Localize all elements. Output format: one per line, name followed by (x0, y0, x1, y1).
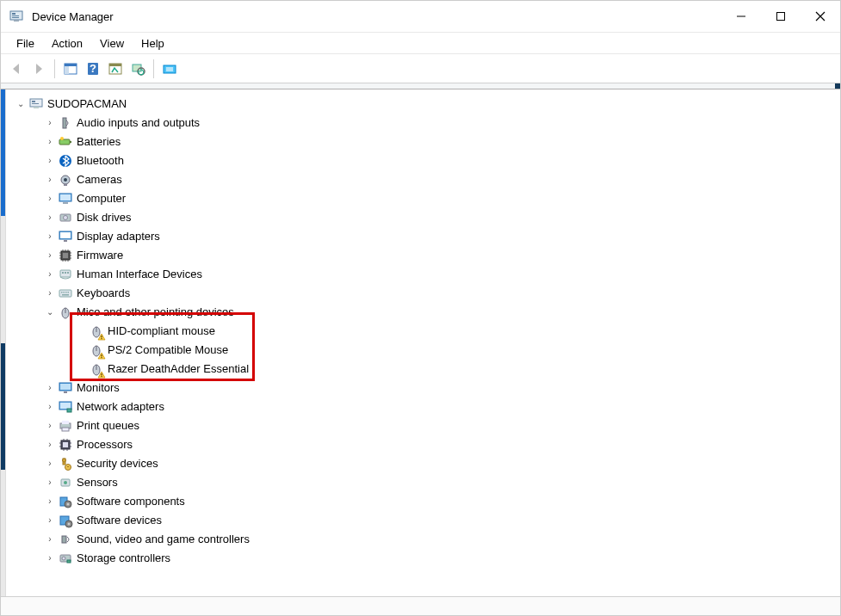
mouse-icon (89, 342, 104, 358)
tree-root[interactable]: ⌄ SUDOPACMAN (6, 95, 840, 114)
tree-category[interactable]: ›Human Interface Devices (6, 265, 840, 284)
sensor-icon (58, 475, 73, 490)
tree-category[interactable]: ›Monitors (6, 379, 840, 397)
tree-category[interactable]: ›Network adapters (6, 397, 840, 416)
close-button[interactable] (801, 1, 840, 32)
display-icon (58, 229, 73, 244)
expand-icon[interactable]: › (44, 379, 56, 397)
svg-rect-21 (34, 107, 39, 108)
category-label: Software components (77, 492, 195, 511)
tree-category[interactable]: ›Security devices (6, 454, 840, 473)
expand-icon[interactable]: › (44, 265, 56, 284)
svg-rect-17 (166, 67, 173, 71)
expand-icon[interactable]: › (44, 208, 56, 227)
category-label: Processors (77, 435, 143, 454)
menu-action[interactable]: Action (43, 34, 91, 52)
collapse-icon[interactable]: ⌄ (15, 95, 27, 114)
scan-hardware-button[interactable] (127, 59, 148, 79)
tree-category[interactable]: ›Software devices (6, 511, 840, 530)
svg-rect-3 (12, 17, 19, 18)
sound-icon (58, 532, 73, 547)
tree-category[interactable]: ›Storage controllers (6, 549, 840, 568)
expand-icon[interactable]: › (44, 530, 56, 549)
mouse-icon (58, 305, 73, 320)
bluetooth-icon (58, 153, 73, 169)
mouse-icon (89, 361, 104, 377)
expand-icon[interactable]: › (44, 170, 56, 189)
forward-button (28, 59, 49, 79)
tree-category[interactable]: ›Firmware (6, 246, 840, 265)
expand-icon[interactable]: › (44, 189, 56, 208)
hid-icon (58, 267, 73, 282)
computer-icon (28, 96, 44, 112)
category-label: Disk drives (77, 208, 142, 227)
svg-rect-2 (12, 15, 19, 16)
toolbar-separator (54, 59, 55, 78)
minimize-button[interactable] (721, 1, 761, 32)
tree-category[interactable]: ›Bluetooth (6, 151, 840, 170)
tree-category[interactable]: ›Disk drives (6, 208, 840, 227)
expand-icon[interactable]: › (44, 492, 56, 511)
chip-icon (58, 248, 73, 263)
back-button (6, 59, 27, 79)
expand-icon[interactable]: › (44, 397, 56, 416)
add-driver-button[interactable] (159, 59, 180, 79)
category-label: Print queues (77, 416, 150, 435)
content-area: ⌄ SUDOPACMAN ›Audio inputs and outputs›B… (1, 89, 840, 596)
svg-text:?: ? (90, 62, 96, 75)
maximize-button[interactable] (761, 1, 801, 32)
storage-icon (58, 551, 73, 566)
expand-icon[interactable]: › (44, 473, 56, 492)
expand-icon[interactable]: › (44, 114, 56, 132)
network-icon (58, 399, 73, 415)
camera-icon (58, 172, 73, 188)
tree-category[interactable]: ›Processors (6, 435, 840, 454)
menu-help[interactable]: Help (133, 34, 173, 52)
tree-category[interactable]: ›Cameras (6, 170, 840, 189)
device-tree[interactable]: ⌄ SUDOPACMAN ›Audio inputs and outputs›B… (6, 89, 840, 596)
tree-category[interactable]: ›Print queues (6, 416, 840, 435)
tree-category[interactable]: ›Sensors (6, 473, 840, 492)
menu-file[interactable]: File (8, 34, 43, 52)
tree-device[interactable]: PS/2 Compatible Mouse (6, 341, 840, 360)
svg-rect-6 (777, 13, 785, 21)
swcomp-icon (58, 494, 73, 509)
expand-icon[interactable]: › (44, 435, 56, 454)
titlebar[interactable]: Device Manager (1, 1, 840, 32)
tree-category[interactable]: ›Keyboards (6, 284, 840, 303)
category-label: Storage controllers (77, 549, 181, 568)
speaker-icon (58, 115, 73, 131)
help-button[interactable]: ? (83, 59, 103, 79)
category-label: Monitors (77, 379, 130, 397)
tree-device[interactable]: HID-compliant mouse (6, 322, 840, 341)
expand-icon[interactable]: › (44, 246, 56, 265)
tree-category[interactable]: ⌄Mice and other pointing devices (6, 303, 840, 322)
expand-icon[interactable]: › (44, 132, 56, 151)
expand-icon[interactable]: › (44, 151, 56, 170)
tree-device[interactable]: Razer DeathAdder Essential (6, 360, 840, 379)
svg-rect-1 (12, 13, 15, 15)
expand-icon[interactable]: › (44, 511, 56, 530)
properties-button[interactable] (105, 59, 126, 79)
category-label: Security devices (77, 454, 169, 473)
tree-category[interactable]: ›Batteries (6, 132, 840, 151)
tree-category[interactable]: ›Sound, video and game controllers (6, 530, 840, 549)
tree-category[interactable]: ›Audio inputs and outputs (6, 114, 840, 132)
expand-icon[interactable]: › (44, 227, 56, 246)
battery-icon (58, 134, 73, 150)
tree-category[interactable]: ›Computer (6, 189, 840, 208)
svg-rect-18 (30, 99, 42, 107)
computer-icon (58, 191, 73, 206)
menu-view[interactable]: View (91, 34, 133, 52)
show-hide-console-tree-button[interactable] (60, 59, 81, 79)
statusbar (1, 596, 840, 615)
tree-category[interactable]: ›Display adapters (6, 227, 840, 246)
collapse-icon[interactable]: ⌄ (44, 303, 56, 322)
tree-category[interactable]: ›Software components (6, 492, 840, 511)
expand-icon[interactable]: › (44, 416, 56, 435)
expand-icon[interactable]: › (44, 549, 56, 568)
expand-icon[interactable]: › (44, 284, 56, 303)
monitor-icon (58, 380, 73, 396)
cpu-icon (58, 437, 73, 453)
expand-icon[interactable]: › (44, 454, 56, 473)
